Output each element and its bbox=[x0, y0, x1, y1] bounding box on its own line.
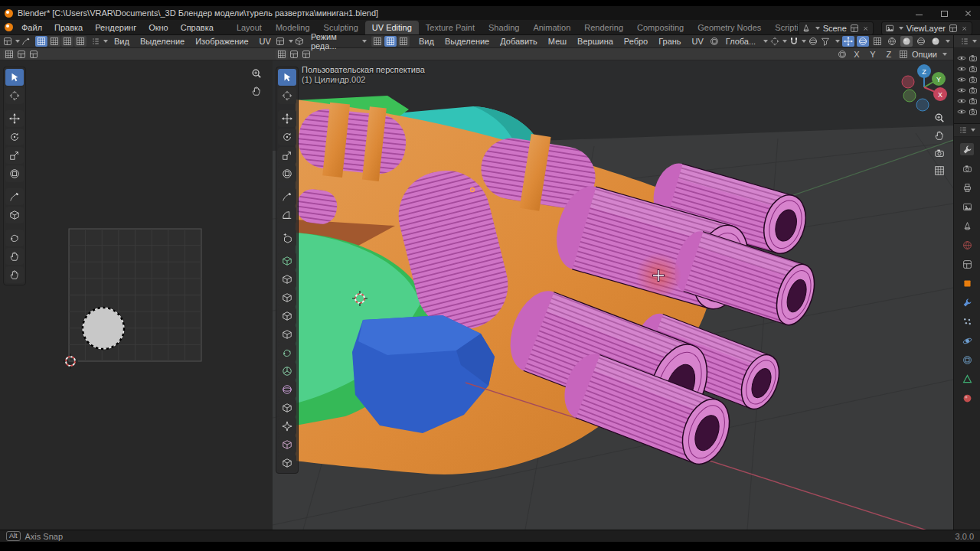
scene-selector[interactable]: Scene bbox=[798, 21, 874, 35]
menu-help[interactable]: Справка bbox=[175, 21, 219, 34]
menu-render[interactable]: Рендеринг bbox=[90, 21, 142, 34]
uv-tool-relax[interactable] bbox=[5, 266, 24, 283]
tool-shrink-fatten[interactable] bbox=[278, 418, 296, 435]
uv-tool-measure[interactable] bbox=[5, 207, 24, 223]
eye-icon[interactable] bbox=[957, 64, 966, 73]
blender-menu-icon[interactable] bbox=[5, 23, 13, 31]
menu-edit[interactable]: Правка bbox=[49, 21, 88, 34]
maximize-icon[interactable] bbox=[940, 9, 948, 17]
mirror-x-toggle[interactable]: X bbox=[851, 49, 863, 60]
uv-island-circle[interactable] bbox=[83, 308, 124, 349]
camera-visibility-icon[interactable] bbox=[969, 64, 978, 73]
perspective-toggle-icon[interactable] bbox=[934, 165, 945, 176]
show-gizmo-icon[interactable] bbox=[842, 36, 854, 47]
uv-tool-scale[interactable] bbox=[5, 147, 24, 164]
tool-rotate[interactable] bbox=[278, 129, 296, 145]
tab-shading[interactable]: Shading bbox=[482, 21, 526, 34]
tool-setting-icon[interactable] bbox=[300, 49, 312, 60]
mode-icon[interactable] bbox=[295, 36, 305, 47]
camera-visibility-icon[interactable] bbox=[969, 96, 978, 106]
object-visibility-icon[interactable] bbox=[819, 36, 831, 47]
transform-orientation-icon[interactable] bbox=[710, 36, 720, 47]
properties-tab-view-layer-icon[interactable] bbox=[960, 201, 974, 213]
properties-tab-particles-icon[interactable] bbox=[960, 315, 974, 328]
view-layer-selector[interactable]: ViewLayer bbox=[881, 21, 972, 35]
outliner-filter-icon[interactable] bbox=[960, 37, 969, 46]
xray-toggle-icon[interactable] bbox=[871, 36, 884, 47]
uv-tool-select-box[interactable] bbox=[5, 69, 24, 86]
menu-file[interactable]: Файл bbox=[16, 21, 47, 34]
uv-sync-selection-icon[interactable] bbox=[21, 36, 31, 47]
properties-tab-render-icon[interactable] bbox=[960, 162, 974, 174]
tab-layout[interactable]: Layout bbox=[230, 21, 269, 34]
shading-rendered-icon[interactable] bbox=[929, 36, 942, 47]
tool-setting-icon[interactable] bbox=[276, 49, 288, 60]
properties-tab-object-icon[interactable] bbox=[960, 277, 974, 289]
shading-solid-icon[interactable] bbox=[900, 36, 913, 47]
camera-visibility-icon[interactable] bbox=[969, 75, 978, 84]
correct-face-attributes-icon[interactable] bbox=[899, 50, 908, 59]
outliner-row[interactable] bbox=[954, 85, 980, 96]
uv-select-face-button[interactable] bbox=[61, 36, 74, 47]
mirror-z-toggle[interactable]: Z bbox=[883, 49, 895, 60]
outliner-row[interactable] bbox=[954, 53, 980, 64]
zoom-icon[interactable] bbox=[934, 112, 945, 123]
mesh-menu[interactable]: Меш bbox=[544, 36, 571, 47]
tab-uv-editing[interactable]: UV Editing bbox=[365, 21, 419, 34]
tool-spin[interactable] bbox=[278, 363, 296, 380]
show-overlays-icon[interactable] bbox=[857, 36, 869, 47]
eye-icon[interactable] bbox=[957, 96, 966, 106]
add-menu[interactable]: Добавить bbox=[495, 36, 542, 47]
select-face-button[interactable] bbox=[397, 36, 410, 47]
options-dropdown[interactable]: Опции bbox=[912, 50, 937, 59]
tool-rip-region[interactable] bbox=[278, 455, 296, 471]
tool-extrude-region[interactable] bbox=[278, 253, 296, 269]
uv-tool-grab[interactable] bbox=[5, 248, 24, 265]
zoom-icon[interactable] bbox=[251, 68, 262, 79]
uv-toolsetting-icon[interactable] bbox=[28, 49, 40, 60]
properties-tab-material-icon[interactable] bbox=[960, 392, 974, 404]
menu-window[interactable]: Окно bbox=[143, 21, 174, 34]
uv-tool-move[interactable] bbox=[5, 110, 24, 127]
tab-geometry-nodes[interactable]: Geometry Nodes bbox=[691, 21, 768, 34]
shading-wireframe-icon[interactable] bbox=[886, 36, 898, 47]
properties-filter-icon[interactable] bbox=[959, 126, 968, 135]
navigation-gizmo[interactable]: Z Y X bbox=[897, 62, 951, 112]
uv-toolsetting-icon[interactable] bbox=[15, 49, 28, 60]
uv-toolsetting-icon[interactable] bbox=[3, 49, 15, 60]
view-menu[interactable]: Вид bbox=[414, 36, 439, 47]
select-vertex-button[interactable] bbox=[371, 36, 384, 47]
new-view-layer-icon[interactable] bbox=[949, 24, 958, 33]
tab-rendering[interactable]: Rendering bbox=[577, 21, 630, 34]
eye-icon[interactable] bbox=[957, 54, 966, 63]
camera-visibility-icon[interactable] bbox=[969, 54, 978, 63]
vertex-menu[interactable]: Вершина bbox=[573, 36, 618, 47]
gizmo-axis-z-neg[interactable] bbox=[916, 99, 929, 111]
proportional-edit-icon[interactable] bbox=[808, 36, 818, 47]
tool-loop-cut[interactable] bbox=[278, 308, 296, 324]
tool-scale[interactable] bbox=[278, 147, 296, 164]
properties-tab-data-icon[interactable] bbox=[960, 373, 974, 385]
minimize-icon[interactable] bbox=[916, 9, 923, 17]
outliner-row[interactable] bbox=[954, 96, 980, 106]
uv-canvas[interactable] bbox=[0, 60, 273, 530]
tool-smooth[interactable] bbox=[278, 381, 296, 398]
uv-tool-annotate[interactable] bbox=[5, 188, 24, 205]
uv-menu-image[interactable]: Изображение bbox=[191, 36, 253, 47]
tab-compositing[interactable]: Compositing bbox=[630, 21, 691, 34]
tool-annotate[interactable] bbox=[278, 188, 296, 205]
uv-select-island-button[interactable] bbox=[74, 36, 87, 47]
tool-shear[interactable] bbox=[278, 436, 296, 453]
edge-menu[interactable]: Ребро bbox=[619, 36, 652, 47]
uv-tool-transform[interactable] bbox=[5, 165, 24, 182]
properties-tab-world-icon[interactable] bbox=[960, 239, 974, 251]
uv-menu-view[interactable]: Вид bbox=[109, 36, 134, 47]
outliner-row[interactable] bbox=[954, 106, 980, 117]
camera-visibility-icon[interactable] bbox=[969, 86, 978, 95]
select-edge-button[interactable] bbox=[384, 36, 397, 47]
properties-tab-collection-icon[interactable] bbox=[960, 258, 974, 270]
tool-edge-slide[interactable] bbox=[278, 399, 296, 416]
tool-bevel[interactable] bbox=[278, 289, 296, 306]
tool-measure[interactable] bbox=[278, 207, 296, 223]
snap-magnet-icon[interactable] bbox=[789, 36, 799, 47]
